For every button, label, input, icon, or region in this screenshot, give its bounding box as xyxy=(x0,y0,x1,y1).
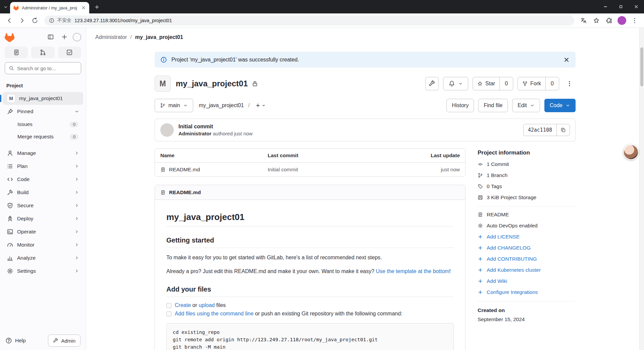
add-contributing-link[interactable]: Add CONTRIBUTING xyxy=(487,256,537,262)
extensions-button[interactable] xyxy=(603,14,615,27)
configure-integrations[interactable]: Configure Integrations xyxy=(478,289,576,295)
tag-count-link[interactable]: 0 Tags xyxy=(487,183,502,189)
add-wiki[interactable]: Add Wiki xyxy=(478,278,576,284)
sidebar-item-settings[interactable]: Settings xyxy=(3,265,83,277)
history-button[interactable]: History xyxy=(446,99,474,112)
forward-button[interactable] xyxy=(16,14,28,27)
bookmark-button[interactable] xyxy=(590,14,602,27)
sidebar-item-code[interactable]: Code xyxy=(3,173,83,186)
sidebar-item-monitor[interactable]: Monitor xyxy=(3,238,83,251)
issues-shortcut-button[interactable] xyxy=(5,47,28,58)
sidebar-item-analyze[interactable]: Analyze xyxy=(3,252,83,264)
user-avatar[interactable] xyxy=(73,33,81,41)
add-file-dropdown[interactable] xyxy=(254,101,267,110)
create-link[interactable]: Create xyxy=(175,302,191,308)
code-dropdown-button[interactable]: Code xyxy=(544,99,576,112)
gitlab-logo[interactable] xyxy=(5,32,14,42)
new-tab-button[interactable] xyxy=(92,2,102,12)
sidebar-item-manage[interactable]: Manage xyxy=(3,147,83,160)
add-contributing[interactable]: Add CONTRIBUTING xyxy=(478,256,576,262)
admin-button[interactable]: Admin xyxy=(48,335,80,347)
upload-link[interactable]: upload xyxy=(199,302,215,308)
browser-profile-avatar[interactable] xyxy=(618,16,626,25)
sidebar-item-issues[interactable]: Issues 0 xyxy=(3,118,83,130)
fork-count[interactable]: 0 xyxy=(545,77,559,90)
floating-assistant-avatar[interactable] xyxy=(623,144,639,160)
commit-count[interactable]: 1 Commit xyxy=(478,161,576,167)
address-bar[interactable]: 不安全 123.249.27.118:3001/root/my_java_pro… xyxy=(44,15,574,26)
project-settings-button[interactable] xyxy=(425,77,439,90)
merge-requests-shortcut-button[interactable] xyxy=(31,47,54,58)
sidebar-item-project[interactable]: M my_java_project01 xyxy=(3,92,83,105)
add-wiki-link[interactable]: Add Wiki xyxy=(487,278,507,284)
add-kubernetes-cluster[interactable]: Add Kubernetes cluster xyxy=(478,267,576,273)
fork-button[interactable]: Fork xyxy=(518,77,545,90)
notifications-button[interactable] xyxy=(443,77,468,90)
star-count[interactable]: 0 xyxy=(499,77,513,90)
url-text[interactable]: 123.249.27.118:3001/root/my_java_project… xyxy=(74,18,570,23)
add-license-link[interactable]: Add LICENSE xyxy=(487,234,520,240)
sidebar-item-plan[interactable]: Plan xyxy=(3,160,83,173)
readme-link[interactable]: README xyxy=(487,212,509,218)
branch-selector[interactable]: main xyxy=(155,99,193,112)
sidebar-toggle-button[interactable] xyxy=(45,32,56,42)
add-changelog-link[interactable]: Add CHANGELOG xyxy=(487,245,531,251)
create-new-button[interactable] xyxy=(59,32,70,42)
back-button[interactable] xyxy=(3,14,15,27)
edit-dropdown-button[interactable]: Edit xyxy=(512,99,540,112)
file-link-readme[interactable]: README.md xyxy=(169,167,200,173)
table-row[interactable]: README.md Initial commit just now xyxy=(155,163,465,176)
sidebar-item-build[interactable]: Build xyxy=(3,186,83,199)
find-file-button[interactable]: Find file xyxy=(478,99,508,112)
sidebar-item-operate[interactable]: Operate xyxy=(3,225,83,238)
star-button[interactable]: Star xyxy=(473,77,499,90)
auto-devops-link[interactable]: Auto DevOps enabled xyxy=(487,223,538,229)
auto-devops[interactable]: Auto DevOps enabled xyxy=(478,223,576,229)
repo-path[interactable]: my_java_project01 xyxy=(199,102,244,108)
sidebar-item-merge-requests[interactable]: Merge requests 0 xyxy=(3,131,83,143)
todo-shortcut-button[interactable] xyxy=(58,47,81,58)
copy-sha-button[interactable] xyxy=(556,124,570,136)
scrollbar-thumb[interactable] xyxy=(640,47,643,86)
tab-menu-chevron-icon[interactable] xyxy=(3,5,8,9)
browser-tab[interactable]: Administrator / my_java_proj xyxy=(10,2,89,13)
site-security-icon[interactable] xyxy=(49,18,54,23)
alert-close-button[interactable] xyxy=(563,56,570,63)
storage-size[interactable]: 3 KiB Project Storage xyxy=(478,194,576,201)
add-changelog[interactable]: Add CHANGELOG xyxy=(478,245,576,251)
commit-count-link[interactable]: 1 Commit xyxy=(487,161,509,167)
search-box[interactable]: Search or go to... xyxy=(5,62,81,74)
breadcrumb-administrator[interactable]: Administrator xyxy=(95,34,127,40)
window-minimize-button[interactable] xyxy=(598,0,613,13)
help-button[interactable]: Help xyxy=(5,337,26,344)
template-link[interactable]: Use the template at the bottom xyxy=(376,268,449,274)
translate-button[interactable] xyxy=(578,14,590,27)
sidebar-item-pinned[interactable]: Pinned xyxy=(3,105,83,118)
tag-count[interactable]: 0 Tags xyxy=(478,183,576,189)
sidebar-item-deploy[interactable]: Deploy xyxy=(3,212,83,225)
sidebar-item-secure[interactable]: Secure xyxy=(3,199,83,212)
command-line-link[interactable]: Add files using the command line xyxy=(175,311,254,316)
tab-close-icon[interactable] xyxy=(81,5,86,10)
add-license[interactable]: Add LICENSE xyxy=(478,234,576,240)
add-kubernetes-cluster-link[interactable]: Add Kubernetes cluster xyxy=(487,267,541,273)
window-close-button[interactable] xyxy=(629,0,644,13)
configure-integrations-link[interactable]: Configure Integrations xyxy=(487,289,538,295)
commit-author-link[interactable]: Administrator xyxy=(178,131,211,136)
code-block[interactable]: cd existing_repo git remote add origin h… xyxy=(166,323,454,350)
branch-count[interactable]: 1 Branch xyxy=(478,172,576,178)
commit-author-avatar[interactable] xyxy=(160,123,174,137)
more-actions-button[interactable] xyxy=(564,77,576,90)
commit-title-link[interactable]: Initial commit xyxy=(178,124,253,130)
column-header-name: Name xyxy=(160,152,268,159)
readme-header[interactable]: README.md xyxy=(155,185,465,200)
browser-menu-button[interactable] xyxy=(629,14,641,27)
branch-count-link[interactable]: 1 Branch xyxy=(487,172,507,178)
branch-name: main xyxy=(168,102,180,108)
page-scrollbar[interactable] xyxy=(639,28,644,350)
reload-button[interactable] xyxy=(29,14,41,27)
window-maximize-button[interactable] xyxy=(613,0,629,13)
security-label[interactable]: 不安全 xyxy=(57,17,71,24)
row-commit-link[interactable]: Initial commit xyxy=(268,167,403,173)
storage-size-link[interactable]: 3 KiB Project Storage xyxy=(487,194,536,201)
